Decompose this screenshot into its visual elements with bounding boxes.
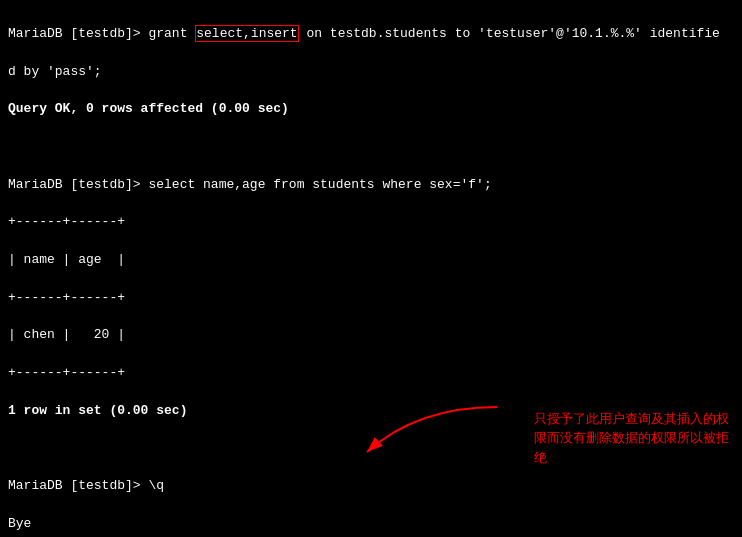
grant-highlight: select,insert [195,25,298,42]
line-1-after: on testdb.students to 'testuser'@'10.1.%… [299,26,720,41]
line-7: | name | age | [8,251,734,270]
line-2: d by 'pass'; [8,63,734,82]
line-13: MariaDB [testdb]> \q [8,477,734,496]
line-4 [8,138,734,157]
prompt-1: MariaDB [testdb]> grant [8,26,195,41]
annotation-text: 只授予了此用户查询及其插入的权限而没有删除数据的权限所以被拒绝 [534,409,734,468]
line-8: +------+------+ [8,289,734,308]
line-1: MariaDB [testdb]> grant select,insert on… [8,25,734,44]
line-5: MariaDB [testdb]> select name,age from s… [8,176,734,195]
line-6: +------+------+ [8,213,734,232]
line-14: Bye [8,515,734,534]
line-10: +------+------+ [8,364,734,383]
line-9: | chen | 20 | [8,326,734,345]
line-3: Query OK, 0 rows affected (0.00 sec) [8,100,734,119]
